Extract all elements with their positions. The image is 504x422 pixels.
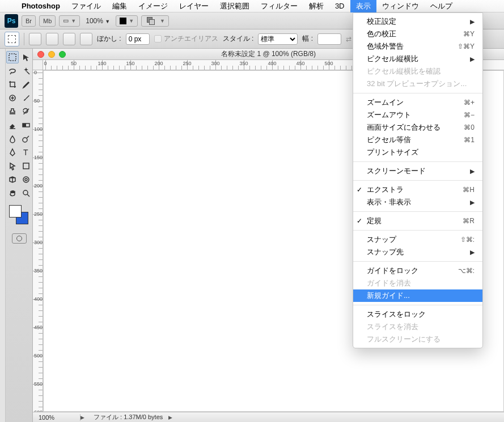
feather-input[interactable] [126,33,150,45]
menu-item-スライスを消去: スライスを消去 [353,321,482,333]
menu-解析[interactable]: 解析 [303,0,329,12]
style-label: スタイル : [223,34,254,44]
menubar: Photoshop ファイル編集イメージレイヤー選択範囲フィルター解析3D表示ウ… [0,0,504,12]
selection-new-button[interactable] [29,33,41,45]
menu-separator [353,261,482,262]
menu-レイヤー[interactable]: レイヤー [173,0,214,12]
menu-item-ガイドをロック[interactable]: ガイドをロック⌥⌘: [353,265,482,277]
menu-item-スナップ先[interactable]: スナップ先▶ [353,246,482,258]
selection-add-button[interactable] [46,33,58,45]
menu-3D[interactable]: 3D [329,0,350,12]
lasso-tool[interactable] [6,65,19,77]
tools-panel: T [6,49,33,422]
svg-point-11 [25,178,27,181]
menu-item-色の校正[interactable]: 色の校正⌘Y [353,28,482,40]
minimize-window-button[interactable] [48,51,55,58]
mini-bridge-button[interactable]: Mb [39,15,56,27]
zoom-tool[interactable] [20,187,32,199]
menu-ファイル[interactable]: ファイル [66,0,107,12]
view-menu-dropdown: 校正設定▶色の校正⌘Y色域外警告⇧⌘Yピクセル縦横比▶ピクセル縦横比を確認32 … [353,12,483,348]
eraser-tool[interactable] [6,119,19,131]
ruler-origin[interactable] [33,60,43,70]
active-tool-indicator[interactable] [5,32,19,46]
menu-separator [353,180,482,181]
svg-point-10 [23,177,29,182]
shape-tool[interactable] [20,160,32,172]
menu-item-ズームアウト[interactable]: ズームアウト⌘− [353,109,482,121]
menu-item-32bitプレビューオプション: 32 bit プレビューオプション... [353,78,482,90]
menu-item-ズームイン[interactable]: ズームイン⌘+ [353,96,482,109]
menu-編集[interactable]: 編集 [107,0,133,12]
foreground-color-swatch[interactable] [9,205,22,218]
close-window-button[interactable] [37,51,44,58]
menu-item-スライスをロック[interactable]: スライスをロック [353,308,482,321]
width-input[interactable] [317,33,341,45]
menu-item-画面サイズに合わせる[interactable]: 画面サイズに合わせる⌘0 [353,121,482,134]
spot-heal-tool[interactable] [6,92,19,104]
menu-item-スクリーンモード[interactable]: スクリーンモード▶ [353,165,482,177]
menu-item-定規[interactable]: ✓定規⌘R [353,215,482,227]
feather-label: ぼかし : [97,34,121,44]
selection-subtract-button[interactable] [63,33,75,45]
workspace-picker[interactable]: ▼ [141,15,169,27]
antialias-input [154,35,162,42]
menu-ヘルプ[interactable]: ヘルプ [425,0,458,12]
svg-text:T: T [23,148,28,157]
color-swatches[interactable] [9,205,29,225]
stamp-tool[interactable] [6,105,19,118]
document-title: 名称未設定 1 @ 100% (RGB/8) [221,49,316,59]
menu-表示[interactable]: 表示 [350,0,376,12]
menu-フィルター[interactable]: フィルター [255,0,303,12]
type-tool[interactable]: T [20,146,32,159]
blur-tool[interactable] [6,133,19,145]
3d-tool[interactable] [6,173,19,186]
eyedropper-tool[interactable] [20,78,32,91]
svg-line-13 [27,194,29,197]
quick-mask-button[interactable] [12,233,27,244]
menu-item-新規ガイド[interactable]: 新規ガイド... [353,289,482,302]
dodge-tool[interactable] [20,133,32,145]
menu-item-プリントサイズ[interactable]: プリントサイズ [353,146,482,159]
menu-item-ピクセル縦横比[interactable]: ピクセル縦横比▶ [353,53,482,65]
app-name[interactable]: Photoshop [16,0,66,12]
menu-item-校正設定[interactable]: 校正設定▶ [353,15,482,28]
gradient-tool[interactable] [20,119,32,131]
zoom-window-button[interactable] [59,51,66,58]
bridge-button[interactable]: Br [22,15,36,27]
status-info-menu-icon[interactable]: ▶ [168,415,172,420]
zoom-display[interactable]: 100% ▼ [83,17,112,25]
svg-point-12 [23,190,28,195]
move-tool[interactable] [20,51,32,63]
magic-wand-tool[interactable] [20,65,32,77]
menu-separator [353,211,482,212]
menu-item-エクストラ[interactable]: ✓エクストラ⌘H [353,184,482,196]
crop-tool[interactable] [6,78,19,91]
svg-rect-0 [9,54,16,61]
menu-item-表示・非表示[interactable]: 表示・非表示▶ [353,196,482,208]
3d-camera-tool[interactable] [20,173,32,186]
menu-イメージ[interactable]: イメージ [133,0,173,12]
menu-item-スナップ[interactable]: スナップ⇧⌘: [353,233,482,246]
pen-tool[interactable] [6,146,19,159]
menu-ウィンドウ[interactable]: ウィンドウ [376,0,425,12]
status-menu-icon[interactable]: ▶ [81,415,84,420]
arrange-picker[interactable]: ▼ [116,15,138,27]
swap-wh-icon[interactable]: ⇄ [346,35,351,43]
brush-tool[interactable] [20,92,32,104]
screen-mode-picker[interactable]: ▭▼ [59,15,80,27]
path-select-tool[interactable] [6,160,19,172]
selection-intersect-button[interactable] [80,33,92,45]
menu-item-フルスクリーンにする: フルスクリーンにする [353,333,482,346]
panel-dock-edge[interactable] [0,49,6,422]
menu-選択範囲[interactable]: 選択範囲 [214,0,255,12]
menu-item-色域外警告[interactable]: 色域外警告⇧⌘Y [353,40,482,53]
status-zoom[interactable]: 100% [35,414,81,421]
style-select[interactable]: 標準 [258,33,298,45]
hand-tool[interactable] [6,187,19,199]
menu-item-ピクセル等倍[interactable]: ピクセル等倍⌘1 [353,134,482,146]
history-brush-tool[interactable] [20,105,32,118]
status-file-info[interactable]: ファイル : 1.37M/0 bytes [88,413,168,421]
ruler-vertical[interactable]: 050100150200250300350400450500550600 [33,70,43,412]
svg-line-1 [27,71,29,74]
marquee-tool[interactable] [6,51,19,63]
